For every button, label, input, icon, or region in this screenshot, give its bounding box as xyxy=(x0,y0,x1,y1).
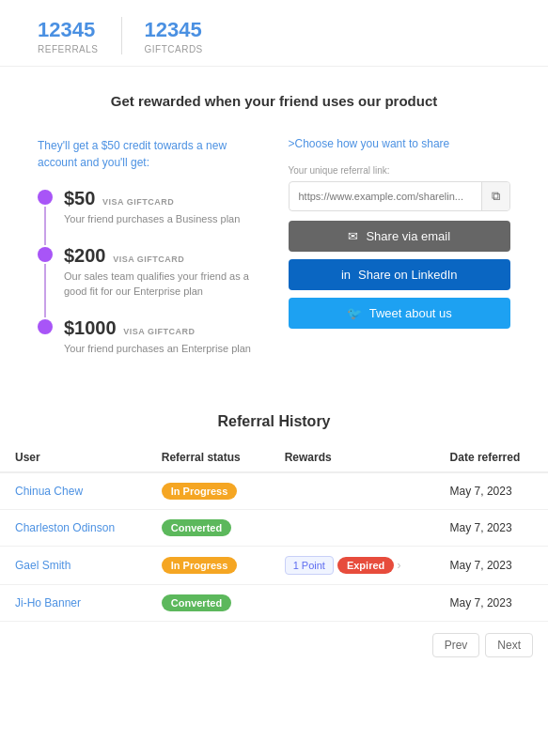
unique-link-label: Your unique referral link: xyxy=(289,165,511,176)
reward-list: $50 VISA GIFTCARD Your friend purchases … xyxy=(38,188,260,357)
link-input-row: ⧉ xyxy=(289,181,511,211)
referral-table: User Referral status Rewards Date referr… xyxy=(0,443,548,622)
share-linkedin-label: Share on LinkedIn xyxy=(358,268,458,282)
table-row: Charleston OdinsonConvertedMay 7, 2023 xyxy=(0,509,548,546)
user-link[interactable]: Gael Smith xyxy=(15,559,70,572)
hero-title: Get rewarded when your friend uses our p… xyxy=(19,93,529,109)
referrals-label: REFERRALS xyxy=(38,44,99,54)
next-button[interactable]: Next xyxy=(485,633,533,657)
reward-desc-3: Your friend purchases an Enterprise plan xyxy=(64,342,260,356)
reward-desc-1: Your friend purchases a Business plan xyxy=(64,212,260,226)
user-link[interactable]: Charleston Odinson xyxy=(15,521,115,534)
giftcards-count: 12345 xyxy=(145,18,203,42)
table-cell-rewards xyxy=(270,584,435,621)
status-badge: Converted xyxy=(162,519,231,536)
reward-item-3: $1000 VISA GIFTCARD Your friend purchase… xyxy=(38,317,260,356)
top-stats: 12345 REFERRALS 12345 GIFTCARDS xyxy=(0,0,548,67)
twitter-icon: 🐦 xyxy=(347,306,362,320)
table-cell-user: Gael Smith xyxy=(0,546,147,584)
user-link[interactable]: Chinua Chew xyxy=(15,485,83,498)
reward-info-1: $50 VISA GIFTCARD Your friend purchases … xyxy=(64,188,260,226)
stats-divider xyxy=(121,17,122,54)
table-row: Gael SmithIn Progress1 PointExpired ›May… xyxy=(0,546,548,584)
main-content: They'll get a $50 credit towards a new a… xyxy=(0,128,548,394)
copy-icon: ⧉ xyxy=(492,189,500,203)
table-cell-rewards xyxy=(270,472,435,510)
linkedin-icon: in xyxy=(341,268,351,282)
table-cell-user: Ji-Ho Banner xyxy=(0,584,147,621)
reward-dot-1 xyxy=(38,190,53,205)
share-linkedin-button[interactable]: in Share on LinkedIn xyxy=(289,259,511,290)
reward-info-3: $1000 VISA GIFTCARD Your friend purchase… xyxy=(64,317,260,356)
pagination: Prev Next xyxy=(0,622,548,669)
hero-section: Get rewarded when your friend uses our p… xyxy=(0,67,548,128)
status-badge: In Progress xyxy=(162,483,238,500)
table-header-row: User Referral status Rewards Date referr… xyxy=(0,443,548,472)
referral-history-title: Referral History xyxy=(0,394,548,443)
reward-type-3: VISA GIFTCARD xyxy=(123,327,195,336)
user-link[interactable]: Ji-Ho Banner xyxy=(15,596,81,609)
choose-share-link[interactable]: >Choose how you want to share xyxy=(289,137,511,150)
reward-type-2: VISA GIFTCARD xyxy=(113,255,184,264)
table-row: Chinua ChewIn ProgressMay 7, 2023 xyxy=(0,472,548,510)
reward-info-2: $200 VISA GIFTCARD Our sales team qualif… xyxy=(64,245,260,299)
table-cell-date: May 7, 2023 xyxy=(435,584,548,621)
left-column: They'll get a $50 credit towards a new a… xyxy=(38,137,260,376)
email-icon: ✉ xyxy=(348,229,358,243)
col-user: User xyxy=(0,443,147,472)
table-cell-rewards: 1 PointExpired › xyxy=(270,546,435,584)
reward-item-1: $50 VISA GIFTCARD Your friend purchases … xyxy=(38,188,260,226)
reward-amount-3: $1000 xyxy=(64,317,117,338)
col-date: Date referred xyxy=(435,443,548,472)
table-cell-status: In Progress xyxy=(147,546,270,584)
col-rewards: Rewards xyxy=(270,443,435,472)
col-status: Referral status xyxy=(147,443,270,472)
expired-badge: Expired xyxy=(337,557,394,574)
referrals-stat: 12345 REFERRALS xyxy=(38,18,99,54)
referral-history-section: Referral History User Referral status Re… xyxy=(0,394,548,669)
reward-type-1: VISA GIFTCARD xyxy=(102,197,174,207)
table-cell-user: Charleston Odinson xyxy=(0,509,147,546)
status-badge: In Progress xyxy=(162,557,238,574)
reward-item-2: $200 VISA GIFTCARD Our sales team qualif… xyxy=(38,245,260,299)
share-twitter-button[interactable]: 🐦 Tweet about us xyxy=(289,298,511,329)
reward-dot-2 xyxy=(38,247,53,262)
reward-desc-2: Our sales team qualifies your friend as … xyxy=(64,270,260,299)
reward-amount-1: $50 xyxy=(64,188,95,208)
table-cell-rewards xyxy=(270,509,435,546)
referrals-count: 12345 xyxy=(38,18,99,42)
table-cell-status: In Progress xyxy=(147,472,270,510)
referral-link-input[interactable] xyxy=(290,184,482,208)
share-email-label: Share via email xyxy=(366,229,450,243)
status-badge: Converted xyxy=(162,594,231,611)
table-cell-status: Converted xyxy=(147,584,270,621)
copy-link-button[interactable]: ⧉ xyxy=(481,182,509,210)
table-cell-date: May 7, 2023 xyxy=(435,472,548,510)
intro-text: They'll get a $50 credit towards a new a… xyxy=(38,137,260,171)
right-column: >Choose how you want to share Your uniqu… xyxy=(289,137,511,376)
giftcards-stat: 12345 GIFTCARDS xyxy=(145,18,203,54)
chevron-right-icon[interactable]: › xyxy=(394,559,400,572)
share-email-button[interactable]: ✉ Share via email xyxy=(289,221,511,252)
giftcards-label: GIFTCARDS xyxy=(145,44,203,54)
table-cell-status: Converted xyxy=(147,509,270,546)
table-cell-date: May 7, 2023 xyxy=(435,546,548,584)
table-row: Ji-Ho BannerConvertedMay 7, 2023 xyxy=(0,584,548,621)
reward-badge: 1 Point xyxy=(285,556,334,575)
reward-amount-2: $200 xyxy=(64,245,106,266)
table-cell-date: May 7, 2023 xyxy=(435,509,548,546)
reward-dot-3 xyxy=(38,319,53,334)
prev-button[interactable]: Prev xyxy=(432,633,480,657)
intro-text-content: They'll get a $50 credit towards a new a… xyxy=(38,139,227,169)
table-cell-user: Chinua Chew xyxy=(0,472,147,510)
share-twitter-label: Tweet about us xyxy=(369,306,452,320)
